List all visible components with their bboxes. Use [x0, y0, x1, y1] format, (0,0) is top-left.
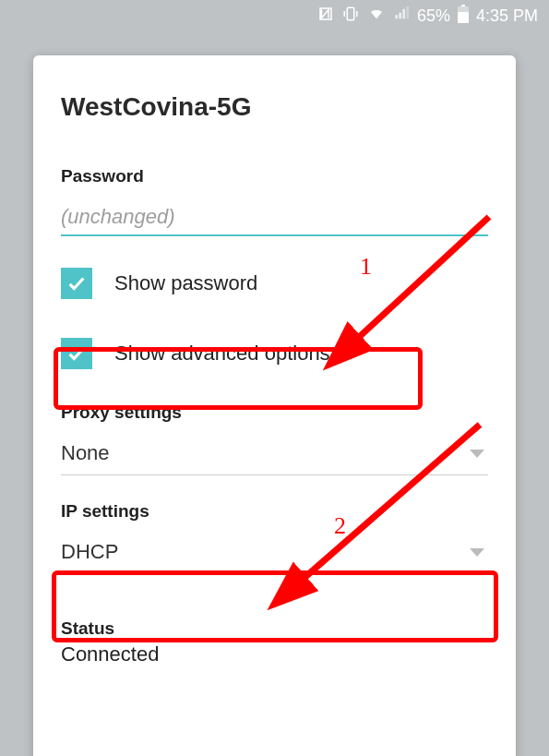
ip-settings-label: IP settings	[61, 501, 488, 522]
svg-rect-0	[347, 7, 354, 20]
clock: 4:35 PM	[476, 6, 538, 26]
show-advanced-row[interactable]: Show advanced options	[61, 330, 488, 377]
svg-rect-3	[461, 5, 465, 6]
show-password-row[interactable]: Show password	[61, 260, 488, 306]
password-input[interactable]	[61, 199, 488, 236]
status-value: Connected	[61, 642, 488, 666]
show-advanced-label: Show advanced options	[114, 342, 330, 366]
proxy-settings-label: Proxy settings	[61, 402, 488, 423]
status-bar: 65% 4:35 PM	[0, 0, 549, 31]
status-block: Status Connected	[61, 618, 488, 666]
svg-rect-2	[458, 12, 469, 23]
proxy-settings-dropdown[interactable]: None	[61, 432, 488, 475]
chevron-down-icon	[470, 548, 484, 557]
proxy-value: None	[61, 441, 110, 465]
status-label: Status	[61, 618, 488, 639]
vibrate-icon	[341, 6, 360, 27]
battery-icon	[458, 5, 469, 28]
ip-settings-dropdown[interactable]: DHCP	[61, 531, 488, 574]
wifi-icon	[367, 6, 386, 26]
network-name: WestCovina-5G	[61, 92, 488, 122]
signal-icon	[393, 6, 410, 26]
battery-percent: 65%	[417, 6, 450, 26]
password-label: Password	[61, 166, 488, 186]
show-password-label: Show password	[114, 271, 257, 295]
nfc-icon	[317, 6, 334, 27]
chevron-down-icon	[470, 450, 484, 458]
show-password-checkbox[interactable]	[61, 268, 92, 299]
wifi-settings-dialog: WestCovina-5G Password Show password Sho…	[33, 55, 516, 756]
ip-value: DHCP	[61, 540, 118, 564]
show-advanced-checkbox[interactable]	[61, 338, 92, 369]
